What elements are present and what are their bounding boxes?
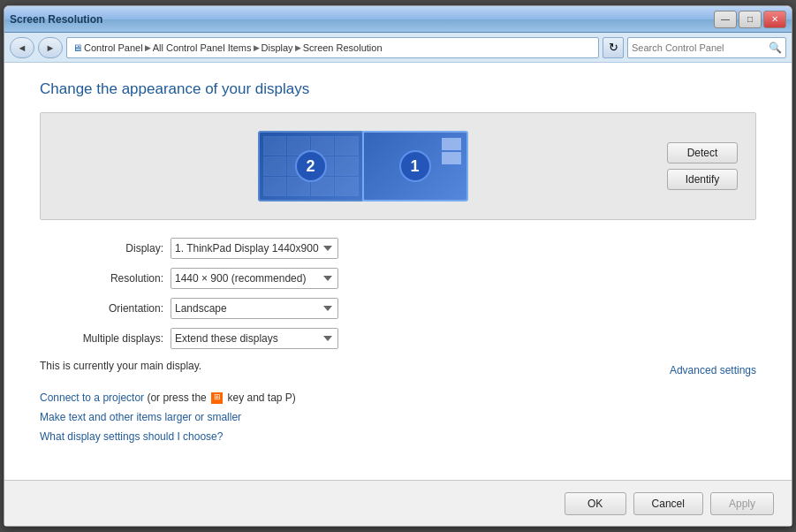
title-bar: Screen Resolution — □ ✕ [4,6,792,33]
title-bar-left: Screen Resolution [10,13,102,26]
display-select[interactable]: 1. ThinkPad Display 1440x900 [171,238,338,259]
multiple-displays-select[interactable]: Extend these displays [171,328,338,349]
mini-screen-2 [442,152,461,164]
monitor-1[interactable]: 1 [362,131,468,201]
links-section: Connect to a projector (or press the ⊞ k… [40,391,756,443]
projector-text-before: (or press the [147,391,209,404]
make-text-larger-link[interactable]: Make text and other items larger or smal… [40,411,756,423]
identify-button[interactable]: Identify [667,169,738,190]
minimize-button[interactable]: — [714,11,737,28]
breadcrumb-control-panel[interactable]: Control Panel [84,42,143,53]
sep3: ▶ [295,43,301,52]
breadcrumb-all-items[interactable]: All Control Panel Items [153,42,252,53]
breadcrumb-screen-resolution[interactable]: Screen Resolution [303,42,383,53]
ok-button[interactable]: OK [565,492,626,515]
back-button[interactable]: ◄ [10,37,34,58]
detect-button[interactable]: Detect [667,142,738,163]
resolution-label: Resolution: [40,272,163,285]
monitors-container: 2 1 [58,131,667,201]
monitor-1-number: 1 [399,150,431,182]
forward-button[interactable]: ► [38,37,63,58]
monitor-2[interactable]: 2 [258,131,364,201]
sep1: ▶ [145,43,151,52]
breadcrumb-icon: 🖥 [72,42,82,53]
settings-form: Display: 1. ThinkPad Display 1440x900 Re… [40,238,756,349]
title-bar-controls: — □ ✕ [714,11,786,28]
status-row: This is currently your main display. Adv… [40,360,756,381]
breadcrumb[interactable]: 🖥 Control Panel ▶ All Control Panel Item… [66,37,599,58]
apply-button[interactable]: Apply [710,492,774,515]
display-select-wrapper: 1. ThinkPad Display 1440x900 [171,238,756,259]
connect-projector-link[interactable]: Connect to a projector [40,391,144,404]
refresh-button[interactable]: ↻ [603,37,624,58]
monitor-2-number: 2 [295,150,327,182]
breadcrumb-display[interactable]: Display [262,42,293,53]
address-bar: ◄ ► 🖥 Control Panel ▶ All Control Panel … [4,33,792,63]
page-title: Change the appearance of your displays [40,80,756,98]
resolution-select-wrapper: 1440 × 900 (recommended) [171,268,756,289]
projector-text-after: key and tap P) [227,391,295,404]
content-area: Change the appearance of your displays 2 [4,63,792,480]
orientation-label: Orientation: [40,302,163,315]
monitor-1-mini [442,138,461,164]
search-icon: 🔍 [769,42,782,54]
display-settings-link[interactable]: What display settings should I choose? [40,430,756,443]
bottom-bar: OK Cancel Apply [4,480,792,526]
advanced-settings-link[interactable]: Advanced settings [670,364,756,376]
orientation-select[interactable]: Landscape [171,298,338,319]
display-preview-area: 2 1 Detect Identify [40,112,756,220]
detect-identify-buttons: Detect Identify [667,142,738,190]
resolution-select[interactable]: 1440 × 900 (recommended) [171,268,338,289]
maximize-button[interactable]: □ [739,11,762,28]
mini-screen-1 [442,138,461,150]
orientation-select-wrapper: Landscape [171,298,756,319]
multiple-displays-select-wrapper: Extend these displays [171,328,756,349]
status-text: This is currently your main display. [40,360,201,372]
search-bar[interactable]: 🔍 [627,37,786,58]
main-window: Screen Resolution — □ ✕ ◄ ► 🖥 Control Pa… [4,5,792,527]
close-button[interactable]: ✕ [763,11,786,28]
cancel-button[interactable]: Cancel [633,492,703,515]
sep2: ▶ [254,43,260,52]
display-label: Display: [40,242,163,255]
windows-logo-icon: ⊞ [211,392,223,404]
multiple-displays-label: Multiple displays: [40,332,163,345]
search-input[interactable] [632,42,765,53]
projector-row: Connect to a projector (or press the ⊞ k… [40,391,756,404]
